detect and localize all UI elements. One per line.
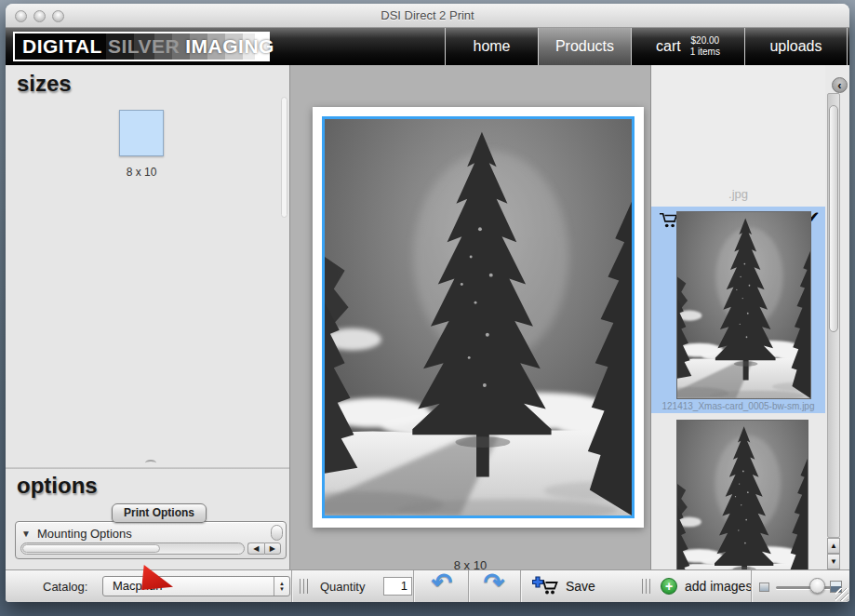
catalog-value: Macphun [113,579,162,593]
scroll-left-icon[interactable]: ◀ [247,542,264,555]
preview-photo[interactable] [322,116,635,518]
thumbnail-image[interactable] [677,421,808,569]
logo-word-2: SILVER [102,35,185,58]
add-images-label: add images [685,579,752,594]
nav-items: home Products cart $20.00 1 items upload… [445,28,848,65]
sizes-scrollbar[interactable] [281,97,287,218]
images-panel: images ‹ .jpg ✔ [651,65,849,569]
thumbnail-cell[interactable] [651,413,825,569]
nav-label: cart [656,38,681,55]
thumbnail-image[interactable] [677,212,810,398]
stepper-down-icon: ▼ [279,586,285,592]
stepper-icon[interactable]: ▲ ▼ [274,577,289,596]
redo-icon[interactable]: ↷ [469,568,519,599]
logo-word-3: IMAGING [185,35,274,58]
nav-item-uploads[interactable]: uploads [744,28,848,65]
add-images-button[interactable]: + add images [661,575,752,597]
nav-label: home [473,38,510,55]
scroll-up-icon[interactable]: ▲ [827,538,840,554]
nav-item-home[interactable]: home [445,28,538,65]
quantity-label: Quantity [320,580,365,594]
toolbar-drag-handle[interactable] [642,579,651,594]
hscrollbar-thumb[interactable] [22,544,160,553]
scroll-down-icon[interactable]: ▼ [827,554,840,569]
sizes-heading: sizes [17,71,72,97]
app-window: DSI Direct 2 Print DIGITAL SILVER IMAGIN… [6,4,849,602]
vscroll-arrows: ▲ ▼ [827,538,840,569]
separator [520,570,521,602]
mounting-hscrollbar[interactable] [20,542,245,555]
nav-item-cart[interactable]: cart $20.00 1 items [631,28,744,65]
print-paper [313,107,644,528]
nav-item-products[interactable]: Products [538,28,631,65]
hscroll-arrows: ◀ ▶ [247,542,281,555]
mounting-scroll-knob[interactable] [271,525,283,541]
separator [413,570,414,602]
quantity-field[interactable]: 1 [383,577,412,596]
thumbnail-filename: 121413_Xmas-card_0005-bw-sm.jpg [651,401,825,411]
cart-summary: $20.00 1 items [690,35,720,58]
mounting-options-disclosure[interactable]: ▼ Mounting Options [21,525,132,542]
save-button[interactable]: Save [532,574,595,598]
options-heading: options [17,473,98,499]
print-options-button[interactable]: Print Options [112,503,207,523]
images-scrollbar[interactable] [827,93,840,538]
partial-filename: .jpg [651,187,825,201]
window-title: DSI Direct 2 Print [6,8,849,22]
catalog-label: Catalog: [43,580,87,594]
nav-label: uploads [769,38,822,55]
separator [291,570,292,602]
collapse-panel-icon[interactable]: ‹ [832,77,848,93]
scroll-right-icon[interactable]: ▶ [264,542,282,555]
main-area: sizes 8 x 10 options Print Options ▼ Mou… [6,65,849,569]
thumbnail-cell-selected[interactable]: ✔ 121413_Xmas-card_0005-bw-sm.jpg [651,207,825,413]
title-bar: DSI Direct 2 Print [6,4,849,28]
logo-word-1: DIGITAL [22,35,102,58]
thumbnail-cell-partial[interactable]: .jpg [651,65,825,207]
splitter-handle-icon[interactable] [145,460,156,466]
cart-total: $20.00 [691,35,720,46]
undo-icon[interactable]: ↶ [417,568,467,599]
thumbnail-size-small-icon[interactable] [759,583,769,592]
disclosure-triangle-icon: ▼ [21,529,31,539]
catalog-dropdown[interactable]: Macphun ▲ ▼ [102,576,290,596]
size-swatch-label: 8 x 10 [97,166,186,179]
toolbar-drag-handle[interactable] [300,579,309,594]
nav-bar: DIGITAL SILVER IMAGING home Products car… [6,28,849,65]
size-swatch-8x10[interactable] [119,110,164,156]
sizes-options-panel: sizes 8 x 10 options Print Options ▼ Mou… [6,65,290,569]
window-resize-grip[interactable] [835,588,848,601]
nav-label: Products [555,38,614,55]
mounting-options-panel: ▼ Mounting Options ◀ ▶ [15,521,287,559]
vscrollbar-thumb[interactable] [829,105,838,332]
save-label: Save [566,579,595,594]
cart-icon [659,211,679,230]
preview-panel: 8 x 10 [290,65,651,569]
cart-count: 1 items [690,47,720,57]
save-cart-icon [532,576,560,596]
mounting-options-label: Mounting Options [37,527,132,541]
slider-knob[interactable] [809,578,825,594]
panel-splitter[interactable] [6,467,290,469]
brand-logo: DIGITAL SILVER IMAGING [13,32,270,61]
add-icon: + [661,578,677,595]
separator [751,570,752,602]
bottom-toolbar: Catalog: Macphun ▲ ▼ Quantity 1 ↶ ↷ Save [6,569,849,602]
